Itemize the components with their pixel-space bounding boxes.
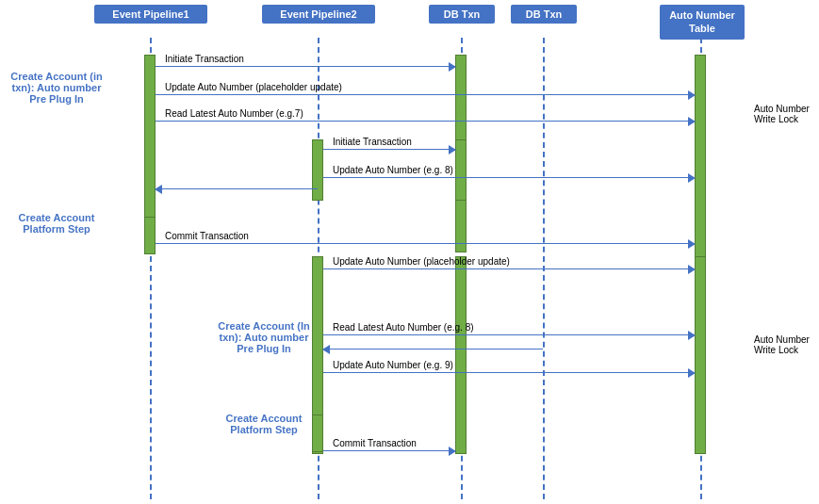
arrow-update-auto-9	[323, 372, 695, 373]
arrow-return-ep2	[323, 349, 543, 350]
label-update-auto-8: Update Auto Number (e.g. 8)	[333, 165, 453, 175]
activation-ant-2	[695, 256, 706, 454]
arrow-initiate-txn-1	[156, 66, 455, 67]
activation-ep1-2	[144, 217, 156, 254]
sequence-diagram: Event Pipeline1 Event Pipeline2 DB Txn D…	[0, 0, 819, 504]
arrow-commit-txn-2	[323, 450, 455, 451]
right-label-write-lock-2: Auto Number Write Lock	[754, 334, 815, 355]
label-read-latest-2: Read Latest Auto Number (e.g. 8)	[333, 322, 474, 333]
left-label-create-account-platform-1: Create Account Platform Step	[5, 212, 108, 235]
label-initiate-txn-1: Initiate Transaction	[165, 54, 244, 64]
activation-ep2-1	[312, 139, 323, 201]
right-label-write-lock-1: Auto Number Write Lock	[754, 104, 815, 124]
arrow-commit-txn-1	[156, 243, 695, 244]
left-label-create-account-platform-2: Create Account Platform Step	[212, 413, 316, 435]
label-update-placeholder-2: Update Auto Number (placeholder update)	[333, 256, 510, 267]
lane-header-ep2: Event Pipeline2	[262, 5, 375, 24]
arrow-initiate-txn-2	[323, 149, 455, 150]
lane-header-dbtxn1: DB Txn	[429, 5, 495, 24]
label-commit-txn-2: Commit Transaction	[333, 438, 417, 448]
arrow-update-auto-8	[323, 177, 695, 178]
lane-header-dbtxn2: DB Txn	[511, 5, 577, 24]
activation-ant-1	[695, 55, 706, 262]
arrow-read-latest-1	[156, 121, 695, 122]
label-read-latest-1: Read Latest Auto Number (e.g.7)	[165, 108, 303, 119]
lane-header-ant: Auto NumberTable	[660, 5, 745, 40]
left-label-create-account-2: Create Account (In txn): Auto number Pre…	[212, 320, 316, 354]
arrow-return-ep1	[156, 188, 318, 189]
activation-dbtxn1-2	[455, 139, 467, 201]
arrow-update-auto-num-1	[156, 94, 695, 95]
lane-header-ep1: Event Pipeline1	[94, 5, 207, 24]
left-label-create-account-1: Create Account (in txn): Auto number Pre…	[5, 71, 108, 105]
label-update-auto-num-1: Update Auto Number (placeholder update)	[165, 82, 342, 92]
label-update-auto-9: Update Auto Number (e.g. 9)	[333, 360, 453, 370]
arrow-update-placeholder-2	[323, 268, 695, 269]
arrow-read-latest-2	[323, 334, 695, 335]
label-commit-txn-1: Commit Transaction	[165, 231, 249, 241]
label-initiate-txn-2: Initiate Transaction	[333, 137, 412, 147]
activation-dbtxn1-3	[455, 256, 467, 454]
